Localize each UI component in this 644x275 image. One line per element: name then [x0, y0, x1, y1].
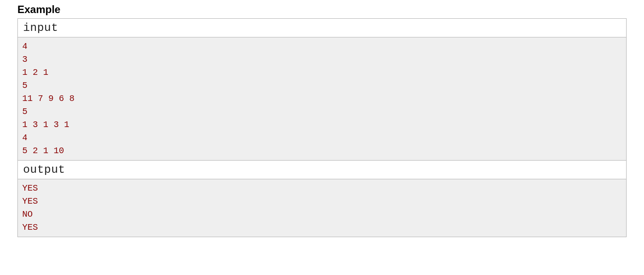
input-header: input — [18, 19, 626, 37]
example-container: Example input 4 3 1 2 1 5 11 7 9 6 8 5 1… — [0, 0, 644, 246]
input-panel: 4 3 1 2 1 5 11 7 9 6 8 5 1 3 1 3 1 4 5 2… — [18, 37, 626, 160]
example-block: input 4 3 1 2 1 5 11 7 9 6 8 5 1 3 1 3 1… — [17, 18, 627, 237]
example-title: Example — [17, 3, 627, 16]
output-header: output — [18, 161, 626, 179]
output-content: YES YES NO YES — [22, 182, 622, 234]
input-content: 4 3 1 2 1 5 11 7 9 6 8 5 1 3 1 3 1 4 5 2… — [22, 40, 622, 158]
output-panel: YES YES NO YES — [18, 179, 626, 237]
